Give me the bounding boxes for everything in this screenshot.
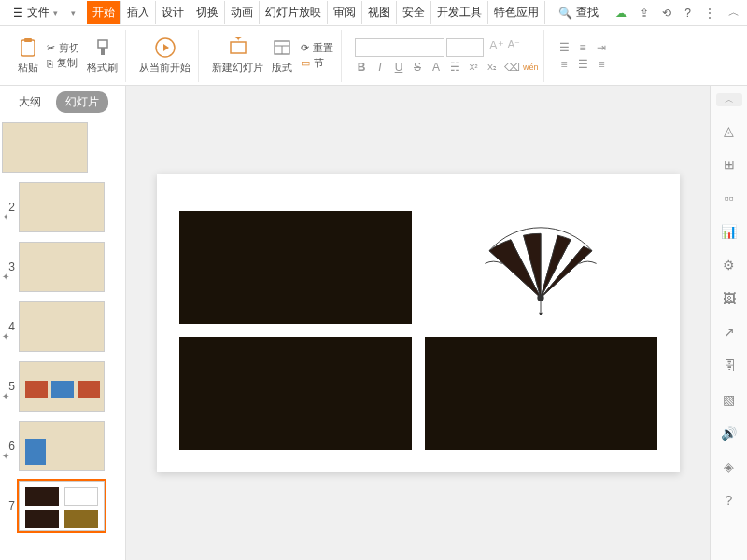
section-icon: ▭ bbox=[301, 57, 310, 69]
quickbar-chevron[interactable]: ▾ bbox=[71, 8, 76, 18]
slides-tab[interactable]: 幻灯片 bbox=[56, 91, 108, 113]
menu-icon: ☰ bbox=[13, 7, 23, 20]
thumbnail-row[interactable]: 6 ✦ bbox=[2, 421, 120, 471]
italic-button[interactable]: I bbox=[374, 61, 387, 74]
new-slide-button[interactable]: ✦ 新建幻灯片 bbox=[212, 36, 263, 75]
thumbnail-row[interactable]: 7 bbox=[2, 481, 120, 531]
thumbnail-list[interactable]: ✦ 2 ✦ 3 ✦ 4 ✦ 5 ✦ bbox=[0, 119, 125, 560]
slide-thumbnail-1[interactable] bbox=[2, 122, 88, 173]
superscript-button[interactable]: X² bbox=[467, 63, 480, 72]
export-pane-icon[interactable]: ↗ bbox=[720, 323, 739, 342]
tab-security[interactable]: 安全 bbox=[397, 1, 431, 24]
thumbnail-row[interactable]: 3 ✦ bbox=[2, 242, 120, 292]
slide-thumbnail-6[interactable] bbox=[19, 421, 105, 471]
tab-transition[interactable]: 切换 bbox=[190, 1, 225, 24]
slide-canvas[interactable] bbox=[126, 86, 710, 560]
svg-rect-5 bbox=[231, 42, 246, 53]
play-icon bbox=[154, 36, 176, 59]
clear-format-button[interactable]: ⌫ bbox=[504, 61, 517, 74]
chart-pane-icon[interactable]: 📊 bbox=[720, 222, 739, 241]
help-icon[interactable]: ? bbox=[684, 7, 691, 20]
ribbon-tabs: 开始 插入 设计 切换 动画 幻灯片放映 审阅 视图 安全 开发工具 特色应用 bbox=[87, 1, 545, 24]
font-size-select[interactable] bbox=[446, 38, 484, 57]
slide-thumbnail-7[interactable] bbox=[19, 481, 105, 531]
tab-insert[interactable]: 插入 bbox=[121, 1, 156, 24]
3d-pane-icon[interactable]: ◈ bbox=[720, 457, 739, 476]
decrease-font-icon[interactable]: A⁻ bbox=[508, 38, 520, 57]
search-box[interactable]: 🔍 查找 bbox=[558, 5, 599, 21]
tab-design[interactable]: 设计 bbox=[156, 1, 190, 24]
cloud-sync-icon[interactable]: ☁ bbox=[615, 7, 627, 20]
table-pane-icon[interactable]: ⊞ bbox=[720, 155, 739, 174]
format-painter-button[interactable]: 格式刷 bbox=[87, 36, 118, 75]
history-icon[interactable]: ⟲ bbox=[662, 7, 671, 20]
align-right-button[interactable]: ≡ bbox=[595, 58, 608, 71]
more-icon[interactable]: ⋮ bbox=[704, 7, 715, 20]
settings-pane-icon[interactable]: ⚙ bbox=[720, 256, 739, 274]
underline-button[interactable]: U bbox=[392, 61, 405, 74]
align-center-button[interactable]: ☰ bbox=[576, 58, 589, 71]
thumbnail-row[interactable]: 4 ✦ bbox=[2, 301, 120, 352]
help-pane-icon[interactable]: ? bbox=[720, 491, 739, 510]
copy-icon: ⎘ bbox=[47, 58, 53, 69]
numbering-button[interactable]: ≡ bbox=[576, 41, 589, 54]
star-icon: ✦ bbox=[2, 272, 9, 282]
bullets-button[interactable]: ☰ bbox=[557, 41, 571, 54]
format-pane-icon[interactable]: ◬ bbox=[720, 121, 739, 140]
paste-button[interactable]: 粘贴 bbox=[17, 36, 39, 75]
section-button[interactable]: ▭节 bbox=[301, 56, 333, 70]
tab-review[interactable]: 审阅 bbox=[328, 1, 362, 24]
paste-icon bbox=[17, 36, 39, 59]
bold-button[interactable]: B bbox=[355, 61, 368, 74]
picture-pane-icon[interactable]: ▧ bbox=[720, 390, 739, 409]
slide-thumbnail-5[interactable] bbox=[19, 361, 105, 412]
sound-pane-icon[interactable]: 🔊 bbox=[720, 424, 739, 442]
slide-image-firework-gold[interactable] bbox=[179, 211, 412, 324]
archive-pane-icon[interactable]: 🗄 bbox=[720, 357, 739, 375]
image-pane-icon[interactable]: 🖼 bbox=[720, 289, 739, 308]
subscript-button[interactable]: X₂ bbox=[486, 63, 499, 72]
apps-pane-icon[interactable]: ▫▫ bbox=[720, 189, 739, 207]
reset-button[interactable]: ⟳重置 bbox=[301, 41, 333, 55]
thumbnail-row[interactable]: 2 ✦ bbox=[2, 182, 120, 232]
tab-slideshow[interactable]: 幻灯片放映 bbox=[260, 1, 328, 24]
collapse-ribbon-icon[interactable]: ︿ bbox=[728, 5, 740, 21]
current-slide[interactable] bbox=[157, 174, 680, 472]
slide-image-firework-red[interactable] bbox=[179, 337, 412, 450]
highlight-button[interactable]: ☵ bbox=[448, 61, 461, 74]
thumbnail-row[interactable]: ✦ bbox=[2, 122, 120, 173]
slide-image-party[interactable] bbox=[425, 337, 657, 450]
tab-home[interactable]: 开始 bbox=[87, 1, 121, 24]
chevron-down-icon: ▾ bbox=[53, 8, 58, 18]
pinyin-button[interactable]: wén bbox=[523, 63, 536, 72]
collapse-sidebar-button[interactable]: ︿ bbox=[716, 93, 742, 106]
tab-special[interactable]: 特色应用 bbox=[488, 1, 545, 24]
outline-tab[interactable]: 大纲 bbox=[9, 91, 50, 113]
increase-font-icon[interactable]: A⁺ bbox=[489, 38, 504, 57]
tab-view[interactable]: 视图 bbox=[362, 1, 397, 24]
tab-animation[interactable]: 动画 bbox=[225, 1, 260, 24]
layout-button[interactable]: 版式 bbox=[271, 36, 293, 75]
font-name-select[interactable] bbox=[355, 38, 444, 57]
play-from-current-button[interactable]: 从当前开始 bbox=[139, 36, 190, 75]
star-icon: ✦ bbox=[2, 391, 9, 401]
slide-thumbnail-4[interactable] bbox=[19, 301, 105, 352]
share-icon[interactable]: ⇪ bbox=[640, 7, 649, 20]
indent-button[interactable]: ⇥ bbox=[595, 41, 608, 54]
strike-button[interactable]: S bbox=[411, 61, 424, 74]
slide-image-fan[interactable] bbox=[425, 211, 657, 324]
cut-button[interactable]: ✂剪切 bbox=[47, 41, 79, 55]
font-color-button[interactable]: A bbox=[430, 61, 443, 74]
thumbnail-row[interactable]: 5 ✦ bbox=[2, 361, 120, 412]
slide-number: 7 bbox=[2, 499, 15, 512]
new-slide-icon: ✦ bbox=[227, 36, 249, 59]
svg-rect-1 bbox=[24, 38, 32, 42]
svg-rect-2 bbox=[98, 40, 107, 48]
hamburger-menu[interactable]: ☰ 文件 ▾ bbox=[7, 3, 63, 22]
copy-button[interactable]: ⎘复制 bbox=[47, 56, 79, 70]
slide-thumbnail-2[interactable] bbox=[19, 182, 105, 232]
svg-text:✦: ✦ bbox=[234, 37, 242, 43]
slide-thumbnail-3[interactable] bbox=[19, 242, 105, 292]
align-left-button[interactable]: ≡ bbox=[557, 58, 571, 71]
tab-developer[interactable]: 开发工具 bbox=[431, 1, 488, 24]
